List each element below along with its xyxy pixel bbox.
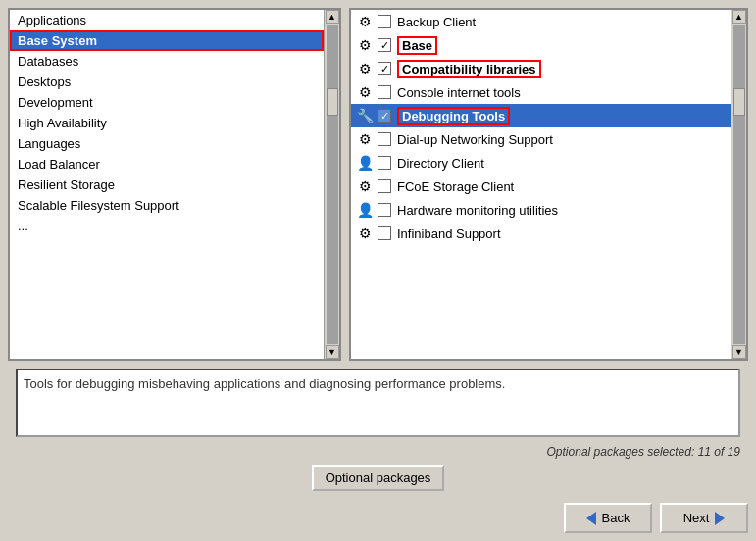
scroll-down-btn[interactable]: ▼ — [326, 345, 339, 359]
category-item[interactable]: High Availability — [10, 113, 324, 133]
package-checkbox[interactable] — [378, 226, 391, 240]
package-checkbox[interactable] — [378, 132, 391, 146]
package-checkbox[interactable]: ✓ — [378, 109, 391, 123]
package-label: Backup Client — [397, 15, 476, 29]
next-arrow-icon — [715, 512, 725, 525]
package-item[interactable]: ⚙Dial-up Networking Support — [351, 127, 731, 151]
package-item[interactable]: ⚙✓Compatibility libraries — [351, 57, 731, 80]
package-label: Compatibility libraries — [397, 60, 541, 78]
package-item[interactable]: ⚙FCoE Storage Client — [351, 174, 731, 198]
package-item[interactable]: 🔧✓Debugging Tools — [351, 104, 731, 127]
scroll-up-btn[interactable]: ▲ — [326, 10, 339, 24]
scroll-track[interactable] — [327, 25, 338, 344]
package-icon: 👤 — [355, 153, 375, 172]
bottom-nav: Back Next — [8, 499, 748, 533]
package-icon: 🔧 — [355, 106, 375, 125]
package-label: Hardware monitoring utilities — [397, 203, 558, 218]
package-icon: ⚙ — [355, 35, 375, 55]
package-checkbox[interactable] — [378, 203, 391, 217]
right-scrollbar[interactable]: ▲ ▼ — [731, 10, 746, 359]
package-item[interactable]: 👤Hardware monitoring utilities — [351, 198, 731, 221]
package-checkbox[interactable]: ✓ — [378, 38, 391, 52]
package-icon: ⚙ — [355, 59, 375, 78]
left-panel: ApplicationsBase SystemDatabasesDesktops… — [8, 8, 341, 361]
package-icon: ⚙ — [355, 129, 375, 149]
package-checkbox[interactable] — [378, 156, 391, 170]
right-scroll-track[interactable] — [733, 25, 745, 344]
category-item[interactable]: Resilient Storage — [10, 174, 324, 195]
package-item[interactable]: ⚙Infiniband Support — [351, 221, 731, 245]
left-scrollbar[interactable]: ▲ ▼ — [324, 10, 339, 359]
package-icon: ⚙ — [355, 82, 375, 102]
right-scroll-up-btn[interactable]: ▲ — [732, 10, 746, 24]
package-label: Console internet tools — [397, 85, 521, 100]
category-item[interactable]: ... — [10, 216, 324, 236]
next-label: Next — [683, 511, 710, 525]
package-item[interactable]: ⚙Backup Client — [351, 10, 731, 33]
category-item[interactable]: Development — [10, 92, 324, 113]
description-box: Tools for debugging misbehaving applicat… — [16, 369, 740, 437]
back-label: Back — [602, 511, 630, 525]
package-label: Debugging Tools — [397, 107, 510, 125]
category-item[interactable]: Languages — [10, 133, 324, 154]
category-item[interactable]: Base System — [10, 30, 324, 51]
package-checkbox[interactable] — [378, 15, 391, 28]
package-icon: ⚙ — [355, 176, 375, 196]
status-row: Optional packages selected: 11 of 19 — [8, 443, 748, 461]
optional-btn-row: Optional packages — [8, 461, 748, 499]
optional-packages-button[interactable]: Optional packages — [312, 465, 445, 491]
package-label: Dial-up Networking Support — [397, 132, 553, 147]
right-panel: ⚙Backup Client⚙✓Base⚙✓Compatibility libr… — [349, 8, 748, 361]
description-text: Tools for debugging misbehaving applicat… — [24, 376, 505, 391]
package-icon: 👤 — [355, 200, 375, 220]
package-item[interactable]: ⚙✓Base — [351, 33, 731, 57]
package-list: ⚙Backup Client⚙✓Base⚙✓Compatibility libr… — [351, 10, 746, 245]
package-checkbox[interactable]: ✓ — [378, 62, 391, 75]
back-button[interactable]: Back — [564, 503, 652, 533]
package-checkbox[interactable] — [378, 179, 391, 193]
category-item[interactable]: Databases — [10, 51, 324, 72]
package-label: Directory Client — [397, 156, 484, 171]
package-icon: ⚙ — [355, 223, 375, 243]
status-text: Optional packages selected: 11 of 19 — [547, 445, 740, 459]
package-label: Infiniband Support — [397, 226, 501, 241]
package-checkbox[interactable] — [378, 85, 391, 99]
category-item[interactable]: Applications — [10, 10, 324, 30]
package-item[interactable]: 👤Directory Client — [351, 151, 731, 174]
category-item[interactable]: Desktops — [10, 72, 324, 92]
package-item[interactable]: ⚙Console internet tools — [351, 80, 731, 104]
right-scroll-thumb[interactable] — [733, 88, 745, 116]
package-label: FCoE Storage Client — [397, 179, 514, 194]
category-item[interactable]: Load Balancer — [10, 154, 324, 174]
package-label: Base — [397, 36, 437, 55]
category-list: ApplicationsBase SystemDatabasesDesktops… — [10, 10, 339, 236]
package-icon: ⚙ — [355, 12, 375, 31]
next-button[interactable]: Next — [660, 503, 748, 533]
scroll-thumb[interactable] — [327, 88, 338, 116]
category-item[interactable]: Scalable Filesystem Support — [10, 195, 324, 216]
right-scroll-down-btn[interactable]: ▼ — [732, 345, 746, 359]
back-arrow-icon — [586, 512, 596, 525]
